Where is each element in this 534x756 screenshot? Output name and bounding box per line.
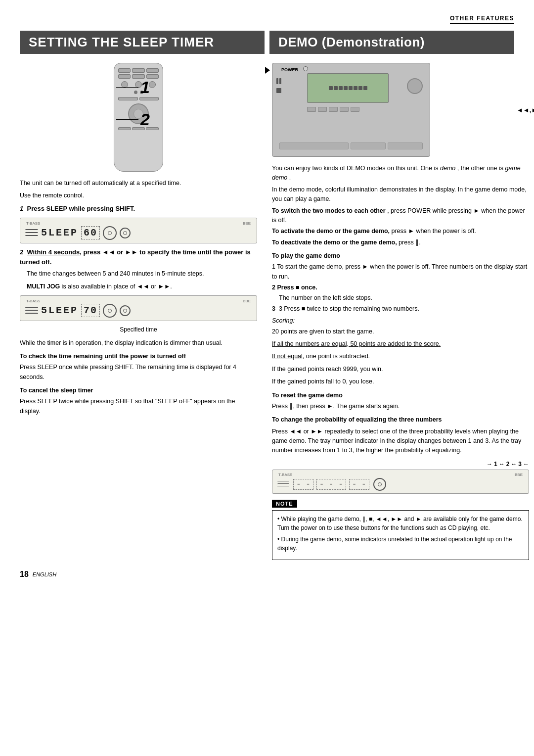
- prob-lcd: T-BASS BBE - - - - - - -: [272, 470, 529, 494]
- scoring-label: Scoring:: [272, 316, 529, 326]
- callout-2: 2: [116, 110, 150, 129]
- note-1: • While playing the game demo, ‖, ■, ◄◄,…: [277, 515, 524, 532]
- note-section: NOTE • While playing the game demo, ‖, ■…: [272, 500, 529, 560]
- deactivate-demo: To deactivate the demo or the game demo,…: [272, 238, 529, 247]
- right-in-demo: In the demo mode, colorful illumination …: [272, 185, 529, 204]
- page-number: 18: [20, 570, 29, 579]
- dimmer-text: While the timer is in operation, the dis…: [20, 338, 257, 348]
- other-features-label: OTHER FEATURES: [450, 15, 514, 24]
- change-prob-heading: To change the probability of equalizing …: [272, 415, 529, 425]
- cancel-text: Press SLEEP twice while pressing SHIFT s…: [20, 397, 257, 416]
- check-heading: To check the time remaining until the po…: [20, 352, 257, 361]
- play-step2: 2 Press ■ once.: [272, 283, 529, 292]
- scoring-3: If not equal, one point is subtracted.: [272, 352, 529, 361]
- step2-heading: 2 Within 4 seconds, press ◄◄ or ►► to sp…: [20, 247, 257, 267]
- language-label: ENGLISH: [33, 571, 56, 577]
- left-intro: The unit can be turned off automatically…: [20, 179, 257, 188]
- check-text: Press SLEEP once while pressing SHIFT. T…: [20, 363, 257, 382]
- scoring-4: If the gained points reach 9999, you win…: [272, 365, 529, 374]
- lcd-display-2: T-BASS BBE 5LEEP 70: [20, 295, 257, 321]
- multi-jog-text: MULTI JOG is also available in place of …: [20, 282, 257, 291]
- activate-demo: To activate the demo or the game demo, p…: [272, 227, 529, 236]
- probability-section: → 1 ↔ 2 ↔ 3 ← T-BASS BBE: [272, 461, 529, 494]
- scoring-1: 20 points are given to start the game.: [272, 327, 529, 336]
- play-step3: 3 3 Press ■ twice to stop the remaining …: [272, 304, 529, 314]
- callout-1: 1: [116, 78, 150, 97]
- specified-time-label: Specified time: [20, 325, 257, 334]
- reset-heading: To reset the game demo: [272, 391, 529, 400]
- play-step1: 1 To start the game demo, press ► when t…: [272, 262, 529, 282]
- page-footer: 18 ENGLISH: [20, 570, 514, 579]
- step1-heading: 1 Press SLEEP while pressing SHIFT.: [20, 204, 257, 214]
- use-remote: Use the remote control.: [20, 191, 257, 200]
- title-left: SETTING THE SLEEP TIMER: [20, 31, 265, 54]
- cancel-heading: To cancel the sleep timer: [20, 386, 257, 395]
- ff-arrows: ◄◄,►►: [517, 106, 534, 114]
- right-intro: You can enjoy two kinds of DEMO modes on…: [272, 164, 529, 183]
- play-heading: To play the game demo: [272, 251, 529, 261]
- prob-arrows: → 1 ↔ 2 ↔ 3 ←: [272, 461, 529, 468]
- note-2: • During the game demo, some indicators …: [277, 535, 524, 553]
- stereo-illustration: POWER: [272, 63, 529, 157]
- scoring-2: If all the numbers are equal, 50 points …: [272, 339, 529, 349]
- reset-text: Press ‖, then press ►. The game starts a…: [272, 402, 529, 411]
- change-prob-text: Press ◄◄ or ►► repeatedly to select one …: [272, 427, 529, 456]
- step2-detail: The time changes between 5 and 240 minut…: [20, 269, 257, 279]
- switch-modes: To switch the two modes to each other , …: [272, 206, 529, 226]
- title-right: DEMO (Demonstration): [269, 31, 514, 54]
- note-label: NOTE: [272, 500, 297, 508]
- scoring-5: If the gained points fall to 0, you lose…: [272, 377, 529, 386]
- play-step2b: The number on the left side stops.: [272, 293, 529, 303]
- lcd-display-1: T-BASS BBE 5LEEP 60: [20, 218, 257, 243]
